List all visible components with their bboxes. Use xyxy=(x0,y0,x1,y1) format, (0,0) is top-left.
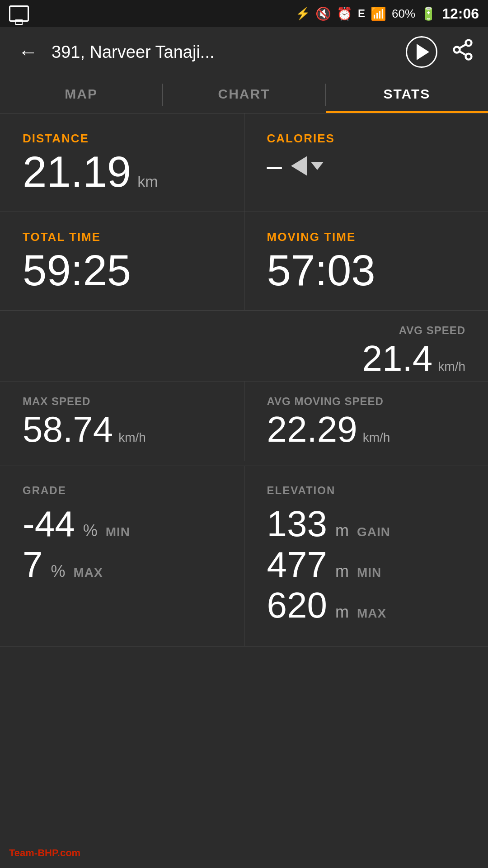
calories-nav-icon[interactable] xyxy=(291,156,324,176)
tab-chart[interactable]: CHART xyxy=(163,77,325,113)
max-speed-unit: km/h xyxy=(118,430,146,445)
signal-bars-icon: 📶 xyxy=(371,6,386,21)
data-icon: E xyxy=(358,7,365,20)
grade-min-row: -44 % MIN xyxy=(23,506,221,542)
grade-max-label: MAX xyxy=(74,566,103,580)
elevation-gain-value: 133 xyxy=(267,506,327,542)
distance-value: 21.19 xyxy=(23,150,131,193)
top-nav: ← 391, Narveer Tanaji... xyxy=(0,27,488,77)
avg-speed-row: AVG SPEED 21.4 km/h xyxy=(0,315,488,381)
play-button[interactable] xyxy=(406,36,437,68)
battery-level: 60% xyxy=(392,7,415,21)
tab-bar: MAP CHART STATS xyxy=(0,77,488,113)
total-time-label: TOTAL TIME xyxy=(23,230,221,244)
mute-icon: 🔇 xyxy=(315,6,331,21)
screenshot-icon xyxy=(9,5,29,22)
tab-stats[interactable]: STATS xyxy=(326,77,488,113)
avg-moving-speed-value: 22.29 xyxy=(267,411,357,448)
elevation-max-row: 620 m MAX xyxy=(267,587,466,623)
calories-label: CALORIES xyxy=(267,132,466,146)
svg-line-4 xyxy=(460,44,466,48)
avg-speed-unit: km/h xyxy=(438,359,465,374)
navigation-triangle-icon xyxy=(291,156,307,176)
back-button[interactable]: ← xyxy=(14,36,42,68)
status-time: 12:06 xyxy=(442,5,479,22)
total-time-cell: TOTAL TIME 59:25 xyxy=(0,212,244,310)
avg-moving-speed-label: AVG MOVING SPEED xyxy=(267,395,466,408)
watermark: Team-BHP.com xyxy=(9,847,80,859)
max-avg-moving-speed-row: MAX SPEED 58.74 km/h AVG MOVING SPEED 22… xyxy=(0,381,488,461)
distance-label: DISTANCE xyxy=(23,132,221,146)
avg-speed-label: AVG SPEED xyxy=(362,324,465,337)
nav-actions xyxy=(406,36,474,68)
elevation-max-value: 620 xyxy=(267,587,327,623)
bluetooth-icon: ⚡ xyxy=(296,7,310,21)
battery-icon: 🔋 xyxy=(421,6,436,21)
status-bar-right: ⚡ 🔇 ⏰ E 📶 60% 🔋 12:06 xyxy=(296,5,479,22)
share-button[interactable] xyxy=(451,38,474,66)
grade-elevation-section: GRADE -44 % MIN 7 % MAX ELEVATION 133 m … xyxy=(0,466,488,646)
max-speed-value: 58.74 xyxy=(23,411,113,448)
time-row: TOTAL TIME 59:25 MOVING TIME 57:03 xyxy=(0,212,488,311)
elevation-label: ELEVATION xyxy=(267,484,466,497)
grade-min-pct: % xyxy=(83,521,98,540)
elevation-gain-row: 133 m GAIN xyxy=(267,506,466,542)
elevation-gain-label: GAIN xyxy=(357,525,390,539)
elevation-min-label: MIN xyxy=(357,566,381,580)
avg-speed-value: 21.4 xyxy=(362,340,433,377)
elevation-cell: ELEVATION 133 m GAIN 477 m MIN 620 m MAX xyxy=(244,466,488,646)
elevation-min-unit: m xyxy=(335,562,349,581)
avg-moving-speed-unit: km/h xyxy=(363,430,390,445)
grade-max-pct: % xyxy=(51,562,66,581)
avg-speed-cell: AVG SPEED 21.4 km/h xyxy=(362,324,465,377)
stats-content: DISTANCE 21.19 km CALORIES – TOTAL TIME … xyxy=(0,113,488,646)
avg-moving-speed-cell: AVG MOVING SPEED 22.29 km/h xyxy=(244,382,488,461)
calories-value-row: – xyxy=(267,150,466,181)
tab-map[interactable]: MAP xyxy=(0,77,162,113)
grade-cell: GRADE -44 % MIN 7 % MAX xyxy=(0,466,244,646)
total-time-value: 59:25 xyxy=(23,249,221,292)
moving-time-cell: MOVING TIME 57:03 xyxy=(244,212,488,310)
dropdown-arrow-icon xyxy=(311,162,324,170)
elevation-gain-unit: m xyxy=(335,521,349,540)
activity-title: 391, Narveer Tanaji... xyxy=(52,42,397,62)
elevation-max-label: MAX xyxy=(357,606,386,621)
svg-line-3 xyxy=(460,51,466,55)
distance-unit: km xyxy=(137,173,158,190)
moving-time-value: 57:03 xyxy=(267,249,466,292)
grade-max-value: 7 xyxy=(23,547,43,583)
moving-time-label: MOVING TIME xyxy=(267,230,466,244)
max-speed-cell: MAX SPEED 58.74 km/h xyxy=(0,382,244,461)
grade-label: GRADE xyxy=(23,484,221,497)
calories-cell: CALORIES – xyxy=(244,113,488,212)
distance-calories-row: DISTANCE 21.19 km CALORIES – xyxy=(0,113,488,212)
status-bar: ⚡ 🔇 ⏰ E 📶 60% 🔋 12:06 xyxy=(0,0,488,27)
grade-min-value: -44 xyxy=(23,506,75,542)
calories-dash: – xyxy=(267,150,282,181)
max-speed-label: MAX SPEED xyxy=(23,395,221,408)
grade-min-label: MIN xyxy=(106,525,130,539)
status-bar-left xyxy=(9,5,29,22)
play-icon xyxy=(417,44,429,60)
elevation-min-row: 477 m MIN xyxy=(267,547,466,583)
grade-max-row: 7 % MAX xyxy=(23,547,221,583)
speed-section: AVG SPEED 21.4 km/h MAX SPEED 58.74 km/h… xyxy=(0,311,488,466)
alarm-icon: ⏰ xyxy=(337,6,352,21)
elevation-min-value: 477 xyxy=(267,547,327,583)
distance-cell: DISTANCE 21.19 km xyxy=(0,113,244,212)
elevation-max-unit: m xyxy=(335,603,349,622)
